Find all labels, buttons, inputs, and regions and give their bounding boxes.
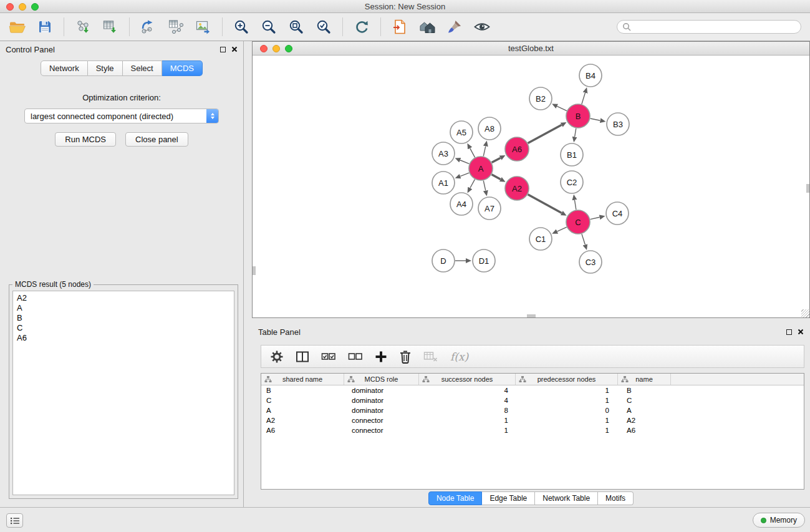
network-from-table-button[interactable] xyxy=(165,16,187,38)
tab-network-table[interactable]: Network Table xyxy=(535,491,598,505)
column-header-MCDS-role[interactable]: MCDS role xyxy=(344,374,419,385)
tab-mcds[interactable]: MCDS xyxy=(162,60,203,76)
node-B3[interactable]: B3 xyxy=(607,113,629,135)
edge-A-A5[interactable] xyxy=(470,148,475,158)
node-A4[interactable]: A4 xyxy=(450,193,473,215)
mcds-result-list[interactable]: A2ABCA6 xyxy=(12,291,234,495)
edge-C-C2[interactable] xyxy=(574,200,576,210)
table-row-A[interactable]: Adominator80A xyxy=(261,405,804,415)
zoom-in-button[interactable] xyxy=(230,16,253,38)
optimization-criterion-dropdown[interactable]: largest connected component (directed) xyxy=(24,109,219,123)
control-panel-close-button[interactable] xyxy=(231,46,238,52)
run-mcds-button[interactable]: Run MCDS xyxy=(55,132,116,147)
table-settings-button[interactable] xyxy=(270,350,284,364)
node-C1[interactable]: C1 xyxy=(529,228,552,250)
edge-A-A4[interactable] xyxy=(470,180,475,188)
minimize-window-button[interactable] xyxy=(19,3,26,11)
close-window-button[interactable] xyxy=(6,3,14,11)
edge-A2-C[interactable] xyxy=(528,195,562,213)
mcds-result-item[interactable]: A6 xyxy=(17,333,230,343)
export-image-button[interactable] xyxy=(192,16,215,38)
node-C[interactable]: C xyxy=(566,210,590,234)
tab-edge-table[interactable]: Edge Table xyxy=(482,491,535,505)
zoom-fit-button[interactable] xyxy=(285,16,307,38)
node-A2[interactable]: A2 xyxy=(505,177,529,200)
tab-motifs[interactable]: Motifs xyxy=(598,491,634,505)
edge-C-C4[interactable] xyxy=(591,217,600,219)
edge-B-B1[interactable] xyxy=(575,128,576,137)
node-B4[interactable]: B4 xyxy=(579,64,602,87)
node-A8[interactable]: A8 xyxy=(478,117,501,140)
table-row-C[interactable]: Cdominator41C xyxy=(261,395,804,405)
task-history-button[interactable] xyxy=(6,513,23,528)
search-box[interactable] xyxy=(617,20,801,34)
zoom-selected-button[interactable] xyxy=(312,16,335,38)
apply-layout-button[interactable] xyxy=(350,16,373,38)
add-column-button[interactable] xyxy=(375,351,387,363)
node-A[interactable]: A xyxy=(469,157,493,180)
mcds-result-item[interactable]: C xyxy=(17,323,230,333)
edge-A-A2[interactable] xyxy=(492,175,501,180)
node-D1[interactable]: D1 xyxy=(473,249,495,272)
memory-button[interactable]: Memory xyxy=(753,513,805,528)
copy-style-button[interactable] xyxy=(388,16,411,38)
delete-column-button[interactable] xyxy=(399,350,412,364)
mcds-result-item[interactable]: B xyxy=(17,313,230,323)
table-panel-close-button[interactable] xyxy=(798,329,804,335)
network-window-titlebar[interactable]: testGlobe.txt xyxy=(253,42,809,56)
table-row-B[interactable]: Bdominator41B xyxy=(261,385,804,395)
edge-A-A7[interactable] xyxy=(483,181,486,191)
scrollbar-thumb[interactable] xyxy=(527,314,536,317)
resize-handle[interactable] xyxy=(801,309,809,317)
tab-select[interactable]: Select xyxy=(123,60,162,76)
node-C2[interactable]: C2 xyxy=(561,171,583,193)
network-maximize-button[interactable] xyxy=(285,45,292,52)
column-header-successor-nodes[interactable]: successor nodes xyxy=(419,374,516,385)
edge-B-B4[interactable] xyxy=(582,93,586,104)
edge-B-B3[interactable] xyxy=(591,118,600,120)
node-C4[interactable]: C4 xyxy=(606,202,629,225)
node-A6[interactable]: A6 xyxy=(505,137,529,161)
node-B2[interactable]: B2 xyxy=(529,87,552,110)
save-session-button[interactable] xyxy=(34,16,56,38)
node-A1[interactable]: A1 xyxy=(432,172,455,194)
search-input[interactable] xyxy=(634,22,796,31)
mcds-result-item[interactable]: A2 xyxy=(17,293,230,303)
edge-C-C3[interactable] xyxy=(582,234,585,244)
fullscreen-window-button[interactable] xyxy=(31,3,39,11)
node-A7[interactable]: A7 xyxy=(478,197,501,220)
network-minimize-button[interactable] xyxy=(272,45,280,52)
home-button[interactable] xyxy=(416,16,438,38)
edge-A-A6[interactable] xyxy=(492,158,501,162)
tab-style[interactable]: Style xyxy=(88,60,123,76)
node-B[interactable]: B xyxy=(566,104,590,128)
show-details-button[interactable] xyxy=(471,16,493,38)
tab-network[interactable]: Network xyxy=(41,60,88,76)
node-D[interactable]: D xyxy=(432,249,455,272)
select-all-button[interactable] xyxy=(321,351,336,362)
edge-A6-B[interactable] xyxy=(528,125,562,143)
edge-A-A8[interactable] xyxy=(483,146,486,156)
edge-A-A3[interactable] xyxy=(460,160,470,164)
deselect-all-button[interactable] xyxy=(348,351,363,362)
node-B1[interactable]: B1 xyxy=(561,143,583,166)
column-header-name[interactable]: name xyxy=(618,374,671,385)
edge-B-B2[interactable] xyxy=(557,106,567,110)
node-A5[interactable]: A5 xyxy=(450,121,473,143)
tab-node-table[interactable]: Node Table xyxy=(428,491,483,505)
node-A3[interactable]: A3 xyxy=(432,142,455,165)
close-panel-button[interactable]: Close panel xyxy=(125,132,188,147)
column-header-predecessor-nodes[interactable]: predecessor nodes xyxy=(516,374,618,385)
network-canvas[interactable]: B4B2BB3A8A5A6A3B1AA1C2A2A4A7C4CC1C3DD1 xyxy=(253,56,809,317)
function-builder-button[interactable]: f(x) xyxy=(450,351,468,363)
network-close-button[interactable] xyxy=(260,45,268,52)
style-brush-button[interactable] xyxy=(443,16,466,38)
mcds-result-item[interactable]: A xyxy=(17,303,230,313)
scrollbar-thumb[interactable] xyxy=(806,184,809,193)
table-row-A2[interactable]: A2connector11A2 xyxy=(261,415,804,425)
new-network-button[interactable] xyxy=(137,16,160,38)
zoom-out-button[interactable] xyxy=(258,16,280,38)
column-header-shared-name[interactable]: shared name xyxy=(261,374,344,385)
edge-A-A1[interactable] xyxy=(460,173,469,176)
import-network-button[interactable] xyxy=(72,16,94,38)
